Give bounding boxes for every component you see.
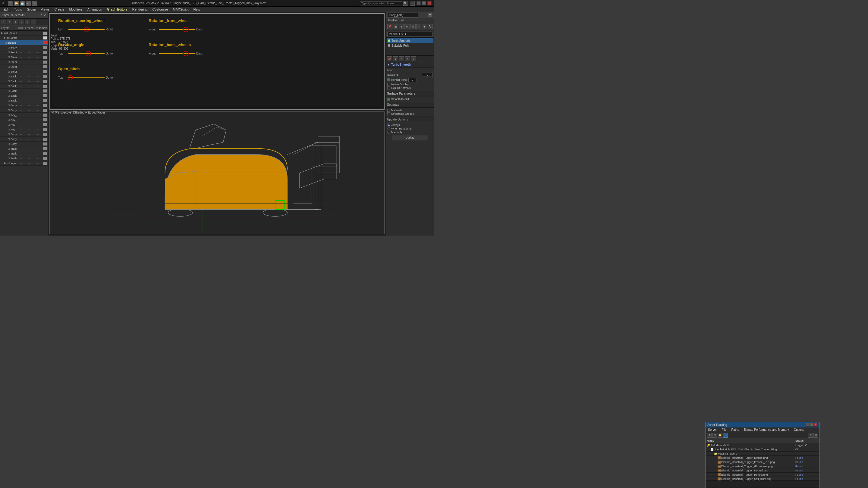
layer-row[interactable]: ◻ Back_left_tire — — — (0, 98, 48, 103)
undo-btn[interactable]: ↩ (26, 1, 31, 6)
layer-freeze-val[interactable]: — (25, 85, 33, 87)
help-btn[interactable]: ? (410, 1, 415, 6)
menu-group[interactable]: Group (24, 7, 38, 12)
layer-row[interactable]: ◻ Back_right_wheel_1 — — — (0, 79, 48, 84)
layer-freeze-val[interactable]: — (25, 32, 33, 34)
layer-hide-val[interactable]: — (17, 123, 25, 126)
layer-render-val[interactable]: — (33, 138, 42, 140)
render-iters-input[interactable] (408, 78, 417, 82)
render-iters-checkbox[interactable]: ✓ (387, 78, 390, 82)
layer-freeze-val[interactable]: — (25, 90, 33, 92)
layer-hide-val[interactable]: — (17, 109, 25, 111)
smooth-result-checkbox[interactable]: ✓ (387, 98, 390, 101)
when-rendering-radio[interactable] (387, 127, 390, 130)
always-radio[interactable] (387, 124, 390, 127)
layer-hide-val[interactable]: — (17, 162, 25, 164)
layer-panel-close-btn[interactable]: ✕ (43, 13, 46, 18)
rp-icon-motion[interactable]: ▷ (416, 24, 421, 29)
layer-row[interactable]: ◻ Body_part_6 — — — (0, 103, 48, 108)
menu-rendering[interactable]: Rendering (130, 7, 150, 12)
layer-render-val[interactable]: — (33, 32, 42, 34)
layer-hide-val[interactable]: — (17, 61, 25, 63)
rp-icon-display[interactable]: ◉ (422, 24, 427, 29)
layer-freeze-val[interactable]: — (25, 133, 33, 135)
layer-add-selection-btn[interactable]: ⊕ (13, 20, 18, 24)
object-dropdown-btn[interactable]: ▼ (428, 13, 432, 18)
layer-freeze-val[interactable]: — (25, 128, 33, 131)
graph-editor[interactable]: Rotation_steering_wheel Left Right (50, 13, 384, 110)
layer-row[interactable]: ◻ Steering_wheel_part_4 — — — (0, 60, 48, 64)
layer-panel-help-btn[interactable]: ? (40, 13, 42, 18)
open-btn[interactable]: 📂 (14, 1, 19, 6)
layer-new-btn[interactable]: + (1, 20, 6, 24)
modifier-pin-btn[interactable]: 📌 (387, 56, 392, 61)
close-btn[interactable]: ✕ (427, 1, 432, 5)
layer-hide-val[interactable]: — (17, 46, 25, 49)
modifier-move-up-btn[interactable]: ↑ (405, 56, 410, 61)
layer-hide-val[interactable]: — (17, 128, 25, 131)
isoline-display-checkbox[interactable] (387, 83, 390, 86)
explicit-normals-checkbox[interactable] (387, 87, 390, 90)
layer-move-to-btn[interactable]: → (31, 20, 36, 24)
layer-row[interactable]: ◻ Trailer_hitch_part_1 — — — (0, 147, 48, 151)
layer-freeze-val[interactable]: — (25, 157, 33, 160)
maximize-btn[interactable]: □ (422, 1, 426, 5)
rp-icon-pin[interactable]: 📌 (387, 24, 393, 29)
layer-hide-val[interactable]: — (17, 32, 25, 34)
layer-row[interactable]: ▶ ☰ 0 (default) — — — (0, 31, 48, 36)
layer-freeze-val[interactable]: — (25, 152, 33, 155)
layer-render-val[interactable]: — (33, 157, 42, 160)
layer-freeze-val[interactable]: — (25, 75, 33, 78)
layer-row[interactable]: ◻ Steering_wheel_part_1 — — — (0, 69, 48, 74)
layer-hide-val[interactable]: — (17, 56, 25, 59)
layer-freeze-val[interactable]: — (25, 56, 33, 59)
graph-circle-4[interactable] (183, 51, 189, 57)
layer-render-val[interactable]: — (33, 70, 42, 73)
layer-hide-val[interactable]: — (17, 142, 25, 145)
modifier-turbosmooth[interactable]: TurboSmooth (387, 38, 433, 43)
layer-row[interactable]: ◻ Front_wheel — — — (0, 50, 48, 55)
layer-render-val[interactable]: — (33, 133, 42, 135)
layer-freeze-val[interactable]: — (25, 65, 33, 68)
menu-create[interactable]: Create (52, 7, 67, 12)
layer-render-val[interactable]: — (33, 109, 42, 111)
layer-freeze-val[interactable]: — (25, 99, 33, 102)
layer-row[interactable]: ◻ Back_right_wheel_2 — — — (0, 74, 48, 79)
layer-hide-val[interactable]: — (17, 75, 25, 78)
layer-hide-val[interactable]: — (17, 138, 25, 140)
layer-color-cell[interactable] (42, 161, 48, 166)
graph-circle-5[interactable] (67, 75, 73, 82)
menu-modifiers[interactable]: Modifiers (67, 7, 85, 12)
expand-icon[interactable]: ▶ (4, 36, 6, 39)
rp-icon-hierarchy[interactable]: ⊞ (410, 24, 415, 29)
layer-row[interactable]: ◻ Body_part_5 — — — (0, 108, 48, 113)
layer-render-val[interactable]: — (33, 36, 42, 39)
layer-freeze-val[interactable]: — (25, 123, 33, 126)
layer-hide-val[interactable]: — (17, 65, 25, 68)
layer-select-objects-btn[interactable]: ⊙ (19, 20, 24, 24)
layer-hide-val[interactable]: — (17, 133, 25, 135)
object-name-input[interactable] (388, 13, 418, 18)
layer-row[interactable]: ◻ Trailer_hitch_part_2 — — — (0, 151, 48, 156)
layer-row[interactable]: ◻ Key_4 — — — (0, 127, 48, 132)
layer-freeze-val[interactable]: — (25, 113, 33, 116)
update-btn[interactable]: Update (392, 135, 428, 140)
rp-icon-light[interactable]: ◈ (399, 24, 404, 29)
menu-customize[interactable]: Customize (150, 7, 170, 12)
layer-render-val[interactable]: — (33, 104, 42, 107)
rp-icon-camera[interactable]: ▣ (393, 24, 398, 29)
layer-freeze-val[interactable]: — (25, 104, 33, 107)
layer-row[interactable]: ◻ Body_part_3 — — — (0, 132, 48, 137)
layer-render-val[interactable]: — (33, 147, 42, 150)
modifier-move-down-btn[interactable]: ↓ (411, 56, 416, 61)
graph-circle-2[interactable] (183, 27, 189, 33)
layer-row[interactable]: ◻ Key_1 — — — (0, 113, 48, 118)
expand-icon[interactable]: ▶ (4, 162, 6, 164)
layer-row[interactable]: ◻ Trailer_hitch_part_3 — — — (0, 156, 48, 161)
layer-hide-val[interactable]: — (17, 85, 25, 87)
layer-row[interactable]: ◻ Back_left_wheel_2 — — — (0, 93, 48, 98)
layer-render-val[interactable]: — (33, 152, 42, 155)
layer-select-layer-btn[interactable]: ⊡ (25, 20, 30, 24)
layer-hide-val[interactable]: — (17, 157, 25, 160)
layer-render-val[interactable]: — (33, 41, 42, 44)
